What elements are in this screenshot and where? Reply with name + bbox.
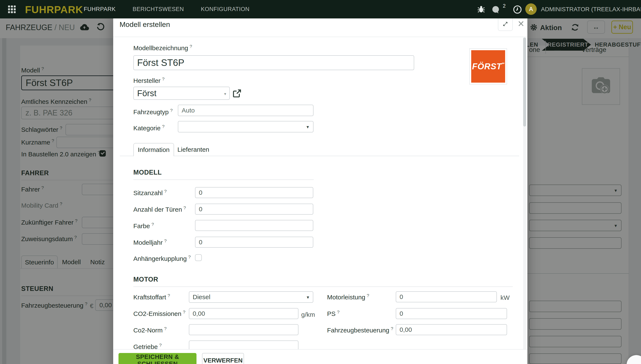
motorleistung-input[interactable] <box>396 291 497 302</box>
chevron-down-icon: ▼ <box>306 295 310 300</box>
save-close-button[interactable]: SPEICHERN & SCHLIESSEN <box>119 353 197 364</box>
ps-label: PS? <box>327 310 340 318</box>
fahrzeugbesteuerung-label: Fahrzeugbesteuerung? <box>327 327 393 334</box>
kraftstoffart-value: Diesel <box>193 294 210 301</box>
modelljahr-label: Modelljahr? <box>133 239 167 246</box>
tabs-underline <box>120 156 519 156</box>
fahrzeugbesteuerung-input[interactable] <box>396 324 507 335</box>
tab-lieferanten[interactable]: Lieferanten <box>178 143 209 156</box>
sitzanzahl-input[interactable] <box>195 187 313 198</box>
sitzanzahl-label: Sitzanzahl? <box>133 190 167 196</box>
tab-information[interactable]: Information <box>133 143 174 156</box>
unit-gkm: g/km <box>301 311 315 318</box>
anhaengerkupplung-checkbox[interactable] <box>195 254 202 261</box>
nav-fuhrpark[interactable]: FUHRPARK <box>84 6 116 12</box>
topbar: FUHRPARK FUHRPARK BERICHTSWESEN KONFIGUR… <box>0 0 641 18</box>
tab-information-label: Information <box>138 146 170 154</box>
modal-scrollbar-thumb[interactable] <box>523 38 526 126</box>
kategorie-label: Kategorie? <box>133 124 165 132</box>
chevron-down-icon: ▼ <box>223 92 227 96</box>
modal-scrollbar[interactable] <box>523 38 526 350</box>
user-menu[interactable]: ADMINISTRATOR (TREELAX-IHRBAU... <box>541 6 641 13</box>
avatar[interactable]: A <box>525 4 537 15</box>
chevron-down-icon: ▼ <box>306 125 310 130</box>
discard-button[interactable]: VERWERFEN <box>202 353 244 364</box>
close-icon[interactable]: × <box>515 17 526 30</box>
co2-emissionen-label: CO2-Emissionen? <box>133 310 185 318</box>
modal-footer: SPEICHERN & SCHLIESSEN VERWERFEN <box>113 350 527 364</box>
modellbezeichnung-input[interactable] <box>133 55 414 70</box>
external-link-icon[interactable] <box>232 88 242 99</box>
getriebe-label: Getriebe? <box>133 343 162 350</box>
co2-norm-label: Co2-Norm? <box>133 327 167 334</box>
kraftstoffart-select[interactable]: Diesel ▼ <box>189 291 313 303</box>
app-grid-icon[interactable] <box>8 6 16 13</box>
divider <box>133 286 513 287</box>
brand-logo[interactable]: FUHRPARK <box>25 4 83 16</box>
modell-section-heading: MODELL <box>133 169 162 176</box>
expand-button[interactable] <box>498 17 513 31</box>
fahrzeugtyp-label: Fahrzeugtyp? <box>133 108 173 116</box>
kategorie-select[interactable]: ▼ <box>178 121 314 132</box>
kraftstoffart-label: Kraftstoffart? <box>133 294 170 301</box>
modal-modell-erstellen: Modell erstellen × Modellbezeichnung? He… <box>113 12 527 364</box>
avatar-initial: A <box>529 6 533 12</box>
motor-section-heading: MOTOR <box>133 276 158 283</box>
chat-icon[interactable] <box>491 6 501 15</box>
anhaengerkupplung-label: Anhängerkupplung? <box>133 255 191 262</box>
bug-icon[interactable] <box>476 4 486 15</box>
modelljahr-input[interactable] <box>195 237 313 248</box>
history-clock-icon[interactable] <box>512 5 522 15</box>
hersteller-select[interactable]: Först ▼ <box>133 87 230 100</box>
hersteller-label: Hersteller? <box>133 77 165 84</box>
unit-kw: kW <box>500 294 510 301</box>
hersteller-logo-box: FÖRST‴ <box>469 48 507 84</box>
nav-berichtswesen[interactable]: BERICHTSWESEN <box>133 6 184 12</box>
notification-badge: 2 <box>503 3 505 9</box>
nav-konfiguration[interactable]: KONFIGURATION <box>201 6 250 12</box>
modal-title: Modell erstellen <box>120 20 170 28</box>
co2-norm-input[interactable] <box>189 324 298 335</box>
expand-icon <box>502 21 508 27</box>
farbe-input[interactable] <box>195 220 313 231</box>
divider <box>133 180 314 180</box>
app-window: FAHRZEUGE / NEU Aktion ↔ + <box>0 0 641 364</box>
motorleistung-label: Motorleistung? <box>327 294 369 301</box>
hersteller-value: Först <box>137 88 156 98</box>
farbe-label: Farbe? <box>133 222 154 230</box>
co2-emissionen-input[interactable] <box>189 308 298 319</box>
modellbezeichnung-label: Modellbezeichnung? <box>133 44 192 52</box>
ps-input[interactable] <box>396 308 507 319</box>
tueren-label: Anzahl der Türen? <box>133 206 186 213</box>
top-navigation: FUHRPARK BERICHTSWESEN KONFIGURATION <box>84 0 250 18</box>
foerst-logo: FÖRST‴ <box>471 50 505 83</box>
tueren-input[interactable] <box>195 204 313 215</box>
fahrzeugtyp-input[interactable] <box>178 105 314 116</box>
